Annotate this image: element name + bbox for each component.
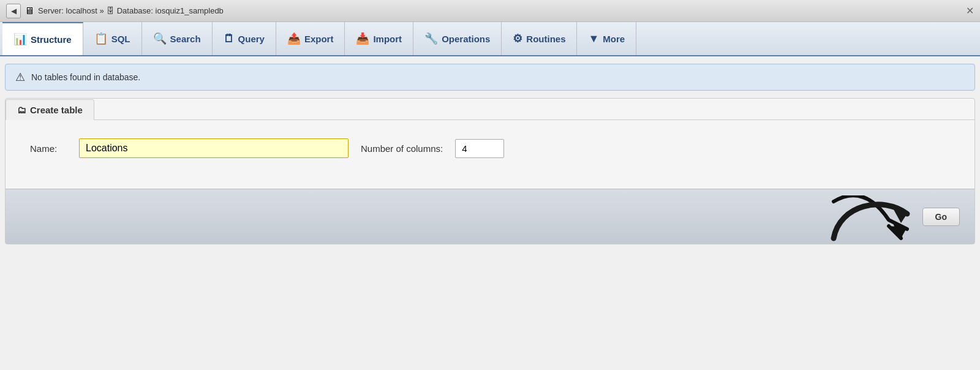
create-table-tab-label: Create table (30, 105, 83, 115)
tab-structure[interactable]: 📊 Structure (2, 22, 83, 55)
columns-label: Number of columns: (361, 143, 443, 154)
more-chevron-icon: ▼ (588, 32, 599, 45)
sql-icon: 📋 (94, 32, 108, 45)
operations-icon: 🔧 (424, 32, 438, 45)
query-icon: 🗒 (224, 32, 235, 45)
name-label: Name: (30, 143, 67, 154)
table-name-input[interactable] (79, 138, 349, 158)
db-icon: 🗄 (107, 6, 115, 15)
columns-input[interactable] (455, 139, 504, 158)
tab-export-label: Export (304, 34, 334, 44)
tab-search[interactable]: 🔍 Search (142, 22, 213, 55)
title-bar: ◀ 🖥 Server: localhost » 🗄 Database: iosq… (0, 0, 980, 22)
tab-more-label: More (603, 34, 625, 44)
search-icon: 🔍 (153, 32, 167, 45)
nav-bar: 📊 Structure 📋 SQL 🔍 Search 🗒 Query 📤 Exp… (0, 22, 980, 56)
import-icon: 📥 (356, 32, 369, 45)
tab-sql-label: SQL (111, 34, 130, 44)
tab-query-label: Query (238, 34, 265, 44)
create-table-tab[interactable]: 🗂 Create table (6, 99, 94, 120)
tab-structure-label: Structure (31, 34, 72, 45)
export-icon: 📤 (287, 32, 301, 45)
alert-message: No tables found in database. (31, 72, 140, 82)
tab-sql[interactable]: 📋 SQL (83, 22, 142, 55)
footer-bar: Go (6, 189, 974, 244)
go-button[interactable]: Go (922, 208, 960, 226)
form-row-name: Name: Number of columns: (30, 138, 950, 158)
alert-box: ⚠ No tables found in database. (5, 64, 975, 91)
curved-arrow-icon (821, 192, 919, 247)
warning-icon: ⚠ (15, 70, 25, 84)
tab-import-label: Import (373, 34, 402, 44)
tab-search-label: Search (170, 34, 201, 44)
tab-operations[interactable]: 🔧 Operations (413, 22, 502, 55)
server-icon: 🖥 (24, 6, 34, 17)
tab-routines[interactable]: ⚙ Routines (502, 22, 577, 55)
create-table-body: Name: Number of columns: (6, 119, 974, 189)
tab-operations-label: Operations (442, 34, 490, 44)
structure-icon: 📊 (13, 32, 27, 46)
back-icon: ◀ (11, 7, 17, 15)
create-table-tab-icon: 🗂 (17, 105, 26, 115)
create-table-container: 🗂 Create table Name: Number of columns: … (5, 98, 975, 244)
tab-more[interactable]: ▼ More (577, 22, 636, 55)
tab-query[interactable]: 🗒 Query (213, 22, 276, 55)
tab-routines-label: Routines (526, 34, 565, 44)
back-button[interactable]: ◀ (6, 4, 21, 18)
tab-export[interactable]: 📤 Export (276, 22, 345, 55)
routines-icon: ⚙ (513, 32, 522, 45)
tab-import[interactable]: 📥 Import (345, 22, 413, 55)
breadcrumb: Server: localhost » 🗄 Database: iosquiz1… (38, 6, 224, 15)
close-button[interactable]: ✕ (966, 5, 974, 17)
